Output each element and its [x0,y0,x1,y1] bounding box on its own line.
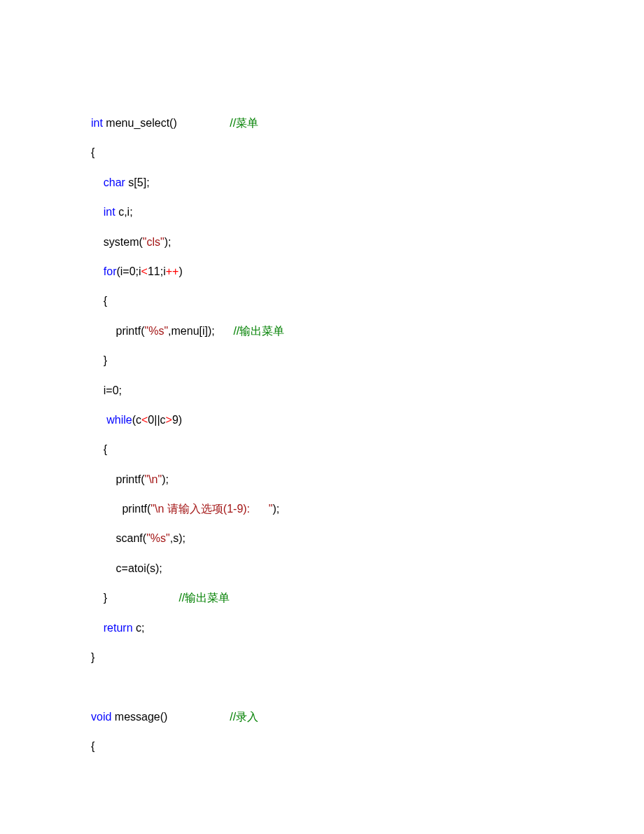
op-lt: < [141,414,148,426]
end: ); [164,236,172,248]
decl: c,i; [115,206,133,218]
comment: //录入 [230,711,258,723]
wh-c: 9) [172,414,182,426]
string: "%s" [146,532,170,544]
func-name: menu_select() [103,117,230,129]
brace-open-inner2: { [91,443,107,455]
line-1: int menu_select() //菜单 [91,117,258,129]
line-18: return c; [91,622,144,634]
comment: //输出菜单 [178,592,230,604]
brace-close: } [91,592,178,604]
string: "\n" [144,473,162,485]
line-15: scanf("%s",s); [91,532,186,544]
func-name: message() [111,711,230,723]
keyword-int: int [104,206,115,218]
return-var: c; [133,622,145,634]
keyword-return: return [104,622,133,634]
wh-b: 0||c [148,414,165,426]
for-b: 11;i [148,265,166,277]
printf-b: ); [272,503,279,515]
call: system( [91,236,143,248]
line-8: printf("%s",menu[i]); //输出菜单 [91,325,284,337]
brace-close-fn: } [91,651,94,663]
scanf-b: ,s); [170,532,186,544]
scanf-a: scanf( [91,532,146,544]
keyword-char: char [104,176,125,188]
string: "cls" [143,236,164,248]
for-a: (i=0;i [116,265,141,277]
printf-a: printf( [91,325,144,337]
assign-atoi: c=atoi(s); [91,562,162,574]
line-13: printf("\n"); [91,473,169,485]
printf-a: printf( [91,473,144,485]
wh-a: (c [132,414,141,426]
decl: s[5]; [125,176,150,188]
line-6: for(i=0;i<11;i++) [91,265,183,277]
printf-b: ,menu[i]); [168,325,233,337]
line-14: printf("\n 请输入选项(1-9): "); [91,503,279,515]
printf-b: ); [162,473,169,485]
line-17: } //输出菜单 [91,592,230,604]
line-11: while(c<0||c>9) [91,414,182,426]
line-4: int c,i; [91,206,133,218]
keyword-for: for [104,265,117,277]
comment: //菜单 [230,117,258,129]
keyword-while: while [104,414,132,426]
for-c: ) [178,265,182,277]
brace-open-fn2: { [91,740,94,752]
keyword-int: int [91,117,103,129]
keyword-void: void [91,711,111,723]
string: "%s" [144,325,168,337]
line-5: system("cls"); [91,236,171,248]
string: "\n 请输入选项(1-9): " [150,503,272,515]
brace-open: { [91,146,94,158]
brace-open-inner: { [91,295,107,307]
printf-a: printf( [91,503,150,515]
code-block: int menu_select() //菜单 { char s[5]; int … [0,0,644,762]
comment: //输出菜单 [233,325,284,337]
op-lt: < [141,265,148,277]
op-gt: > [166,414,172,426]
op-plusplus: ++ [166,265,179,277]
line-20: void message() //录入 [91,711,258,723]
line-3: char s[5]; [91,176,150,188]
assign: i=0; [91,384,122,396]
brace-close-inner: } [91,354,107,366]
